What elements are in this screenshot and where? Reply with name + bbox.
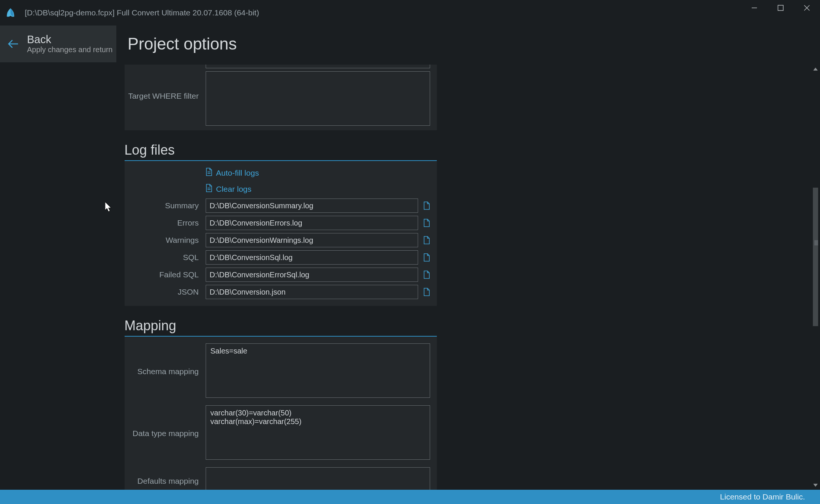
log-errors-input[interactable] <box>206 216 418 230</box>
back-text-area: Back Apply changes and return <box>27 34 113 54</box>
datatype-mapping-input[interactable] <box>206 405 430 460</box>
autofill-row: Auto-fill logs <box>125 161 437 181</box>
svg-rect-1 <box>778 5 783 11</box>
file-icon <box>206 168 212 178</box>
statusbar: Licensed to Damir Bulic. <box>0 490 820 504</box>
scroll-thumb[interactable] <box>813 188 818 326</box>
browse-icon[interactable] <box>423 288 430 296</box>
log-json-input[interactable] <box>206 285 418 299</box>
close-button[interactable] <box>794 0 820 16</box>
autofill-logs-link[interactable]: Auto-fill logs <box>206 168 259 178</box>
partial-textarea-above <box>206 65 430 68</box>
window-title: [D:\DB\sql2pg-demo.fcpx] Full Convert Ul… <box>25 8 259 17</box>
log-errors-row: Errors <box>125 214 437 232</box>
clear-logs-link[interactable]: Clear logs <box>206 184 252 194</box>
log-sql-input[interactable] <box>206 250 418 265</box>
titlebar: [D:\DB\sql2pg-demo.fcpx] Full Convert Ul… <box>0 0 820 26</box>
mapping-section-title: Mapping <box>125 313 437 337</box>
log-summary-label: Summary <box>125 201 206 210</box>
maximize-button[interactable] <box>767 0 794 16</box>
clearlogs-label: Clear logs <box>216 185 252 194</box>
browse-icon[interactable] <box>423 271 430 279</box>
browse-icon[interactable] <box>423 253 430 262</box>
schema-mapping-row: Schema mapping <box>125 337 437 402</box>
log-failedsql-row: Failed SQL <box>125 266 437 283</box>
browse-icon[interactable] <box>423 236 430 244</box>
log-warnings-row: Warnings <box>125 232 437 249</box>
log-json-row: JSON <box>125 283 437 306</box>
browse-icon[interactable] <box>423 219 430 227</box>
scrollbar[interactable] <box>811 65 820 490</box>
log-errors-label: Errors <box>125 218 206 227</box>
log-warnings-label: Warnings <box>125 236 206 245</box>
scroll-marker <box>814 240 818 245</box>
window-controls <box>741 0 820 16</box>
target-where-input[interactable] <box>206 71 430 126</box>
log-sql-row: SQL <box>125 249 437 266</box>
app-icon <box>3 5 18 20</box>
log-summary-input[interactable] <box>206 199 418 213</box>
log-files-section-title: Log files <box>125 137 437 161</box>
back-title: Back <box>27 34 113 46</box>
defaults-mapping-label: Defaults mapping <box>125 467 206 490</box>
log-sql-label: SQL <box>125 253 206 262</box>
datatype-mapping-row: Data type mapping <box>125 402 437 464</box>
datatype-mapping-label: Data type mapping <box>125 405 206 461</box>
autofill-label: Auto-fill logs <box>216 169 259 178</box>
log-failedsql-input[interactable] <box>206 268 418 282</box>
header: Back Apply changes and return Project op… <box>0 26 820 62</box>
browse-icon[interactable] <box>423 202 430 210</box>
target-where-row: Target WHERE filter <box>125 65 437 130</box>
page-title: Project options <box>116 26 237 62</box>
content-area: Target WHERE filter Log files <box>0 65 809 490</box>
minimize-button[interactable] <box>741 0 767 16</box>
clearlogs-row: Clear logs <box>125 181 437 197</box>
schema-mapping-label: Schema mapping <box>125 343 206 399</box>
defaults-mapping-row: Defaults mapping <box>125 464 437 490</box>
file-icon <box>206 184 212 194</box>
back-subtitle: Apply changes and return <box>27 45 113 54</box>
back-arrow-icon <box>7 38 20 50</box>
log-warnings-input[interactable] <box>206 233 418 247</box>
log-json-label: JSON <box>125 287 206 296</box>
scroll-up-button[interactable] <box>811 65 820 74</box>
target-where-label: Target WHERE filter <box>125 65 206 127</box>
schema-mapping-input[interactable] <box>206 343 430 398</box>
back-button[interactable]: Back Apply changes and return <box>0 26 116 62</box>
defaults-mapping-input[interactable] <box>206 467 430 490</box>
scroll-down-button[interactable] <box>811 481 820 490</box>
log-failedsql-label: Failed SQL <box>125 270 206 279</box>
log-summary-row: Summary <box>125 197 437 214</box>
license-text: Licensed to Damir Bulic. <box>720 492 805 501</box>
